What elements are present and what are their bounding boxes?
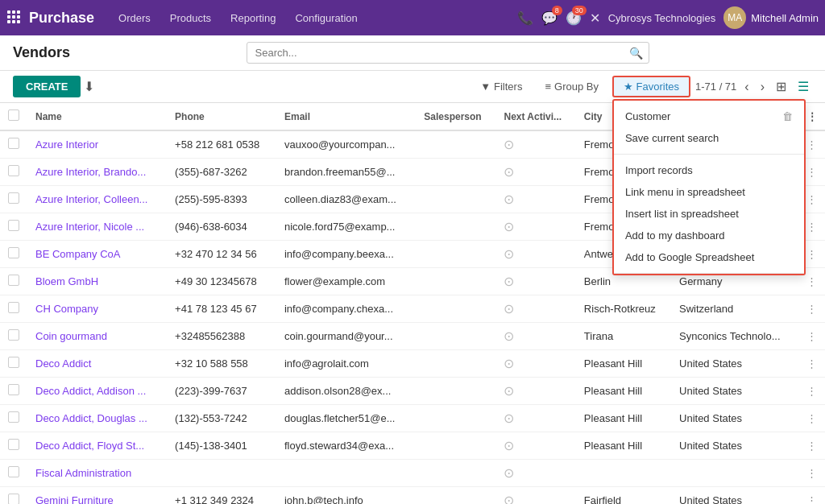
row-checkbox-3[interactable]	[0, 213, 27, 241]
settings-icon[interactable]: ✕	[590, 10, 600, 26]
row-activity-9[interactable]: ⊙	[495, 378, 575, 405]
pagination-next[interactable]: ›	[757, 78, 768, 96]
main-toolbar: CREATE ⬇ ▼ Filters ≡ Group By ★ Favorite…	[0, 71, 825, 103]
col-header-phone[interactable]: Phone	[167, 103, 276, 130]
row-more-9[interactable]: ⋮	[798, 378, 825, 405]
col-header-salesperson[interactable]: Salesperson	[416, 103, 495, 130]
user-menu[interactable]: MA Mitchell Admin	[723, 6, 819, 29]
chat-icon[interactable]: 💬 8	[541, 10, 558, 26]
row-activity-3[interactable]: ⊙	[495, 213, 575, 241]
row-more-11[interactable]: ⋮	[798, 432, 825, 460]
row-name-10[interactable]: Deco Addict, Douglas ...	[27, 405, 167, 432]
row-checkbox-7[interactable]	[0, 323, 27, 350]
row-activity-2[interactable]: ⊙	[495, 186, 575, 213]
row-name-13[interactable]: Gemini Furniture	[27, 487, 167, 505]
row-name-7[interactable]: Coin gourmand	[27, 323, 167, 350]
create-button[interactable]: CREATE	[13, 76, 81, 97]
app-logo[interactable]: Purchase	[29, 10, 94, 27]
row-activity-10[interactable]: ⊙	[495, 405, 575, 432]
fav-import-records[interactable]: Import records	[614, 159, 804, 181]
row-name-6[interactable]: CH Company	[27, 295, 167, 323]
row-salesperson-6	[416, 295, 495, 323]
row-name-12[interactable]: Fiscal Administration	[27, 460, 167, 487]
col-header-checkbox[interactable]	[0, 103, 27, 130]
row-checkbox-1[interactable]	[0, 159, 27, 186]
fav-add-dashboard[interactable]: Add to my dashboard	[614, 225, 804, 246]
apps-icon[interactable]	[6, 10, 21, 27]
row-salesperson-12	[416, 460, 495, 487]
fav-link-menu[interactable]: Link menu in spreadsheet	[614, 181, 804, 203]
row-name-1[interactable]: Azure Interior, Brando...	[27, 159, 167, 186]
favorites-save-search[interactable]: Save current search	[614, 127, 804, 149]
filters-button[interactable]: ▼ Filters	[471, 76, 531, 97]
fav-add-google[interactable]: Add to Google Spreadsheet	[614, 246, 804, 268]
activity-icon: ⊙	[504, 302, 514, 316]
export-button[interactable]: ⬇	[81, 76, 97, 97]
row-email-13: john.b@tech.info	[276, 487, 416, 505]
row-checkbox-13[interactable]	[0, 487, 27, 505]
row-activity-0[interactable]: ⊙	[495, 130, 575, 159]
pagination-prev[interactable]: ‹	[741, 78, 752, 96]
search-input[interactable]	[247, 42, 649, 64]
phone-icon[interactable]: 📞	[517, 10, 533, 26]
menu-orders[interactable]: Orders	[110, 9, 159, 27]
row-name-4[interactable]: BE Company CoA	[27, 241, 167, 268]
favorites-saved-item[interactable]: Customer 🗑	[614, 105, 804, 127]
row-checkbox-11[interactable]	[0, 432, 27, 460]
row-city-7: Tirana	[576, 323, 671, 350]
clock-icon[interactable]: 🕐 30	[566, 10, 582, 26]
row-activity-7[interactable]: ⊙	[495, 323, 575, 350]
table-row: Deco Addict +32 10 588 558 info@agrolait…	[0, 350, 825, 378]
col-header-name[interactable]: Name	[27, 103, 167, 130]
row-name-11[interactable]: Deco Addict, Floyd St...	[27, 432, 167, 460]
row-name-3[interactable]: Azure Interior, Nicole ...	[27, 213, 167, 241]
row-checkbox-0[interactable]	[0, 130, 27, 159]
row-checkbox-6[interactable]	[0, 295, 27, 323]
row-name-2[interactable]: Azure Interior, Colleen...	[27, 186, 167, 213]
row-more-7[interactable]: ⋮	[798, 323, 825, 350]
row-more-10[interactable]: ⋮	[798, 405, 825, 432]
row-checkbox-2[interactable]	[0, 186, 27, 213]
row-activity-1[interactable]: ⊙	[495, 159, 575, 186]
row-salesperson-4	[416, 241, 495, 268]
fav-insert-list[interactable]: Insert list in spreadsheet	[614, 203, 804, 225]
row-activity-8[interactable]: ⊙	[495, 350, 575, 378]
row-email-9: addison.olson28@ex...	[276, 378, 416, 405]
favorites-actions-section: Import records Link menu in spreadsheet …	[614, 155, 804, 274]
row-checkbox-8[interactable]	[0, 350, 27, 378]
row-name-5[interactable]: Bloem GmbH	[27, 268, 167, 295]
row-name-9[interactable]: Deco Addict, Addison ...	[27, 378, 167, 405]
row-phone-9: (223)-399-7637	[167, 378, 276, 405]
row-checkbox-12[interactable]	[0, 460, 27, 487]
favorites-button[interactable]: ★ Favorites	[612, 76, 690, 97]
row-checkbox-9[interactable]	[0, 378, 27, 405]
row-activity-11[interactable]: ⊙	[495, 432, 575, 460]
page-header: Vendors 🔍	[0, 35, 825, 71]
row-checkbox-4[interactable]	[0, 241, 27, 268]
row-more-6[interactable]: ⋮	[798, 295, 825, 323]
menu-configuration[interactable]: Configuration	[287, 9, 365, 27]
row-email-0: vauxoo@yourcompan...	[276, 130, 416, 159]
view-list-button[interactable]: ☰	[794, 76, 812, 97]
row-activity-6[interactable]: ⊙	[495, 295, 575, 323]
menu-products[interactable]: Products	[162, 9, 219, 27]
col-header-email[interactable]: Email	[276, 103, 416, 130]
row-activity-5[interactable]: ⊙	[495, 268, 575, 295]
row-checkbox-5[interactable]	[0, 268, 27, 295]
row-activity-13[interactable]: ⊙	[495, 487, 575, 505]
row-more-13[interactable]: ⋮	[798, 487, 825, 505]
view-kanban-button[interactable]: ⊞	[773, 76, 790, 97]
groupby-button[interactable]: ≡ Group By	[536, 76, 607, 97]
row-activity-4[interactable]: ⊙	[495, 241, 575, 268]
row-checkbox-10[interactable]	[0, 405, 27, 432]
svg-rect-0	[7, 10, 10, 14]
row-more-12[interactable]: ⋮	[798, 460, 825, 487]
row-more-8[interactable]: ⋮	[798, 350, 825, 378]
col-header-activity[interactable]: Next Activi...	[495, 103, 575, 130]
row-name-8[interactable]: Deco Addict	[27, 350, 167, 378]
row-name-0[interactable]: Azure Interior	[27, 130, 167, 159]
row-activity-12[interactable]: ⊙	[495, 460, 575, 487]
menu-reporting[interactable]: Reporting	[222, 9, 284, 27]
select-all-checkbox[interactable]	[8, 109, 19, 121]
favorites-delete-icon[interactable]: 🗑	[782, 110, 793, 122]
